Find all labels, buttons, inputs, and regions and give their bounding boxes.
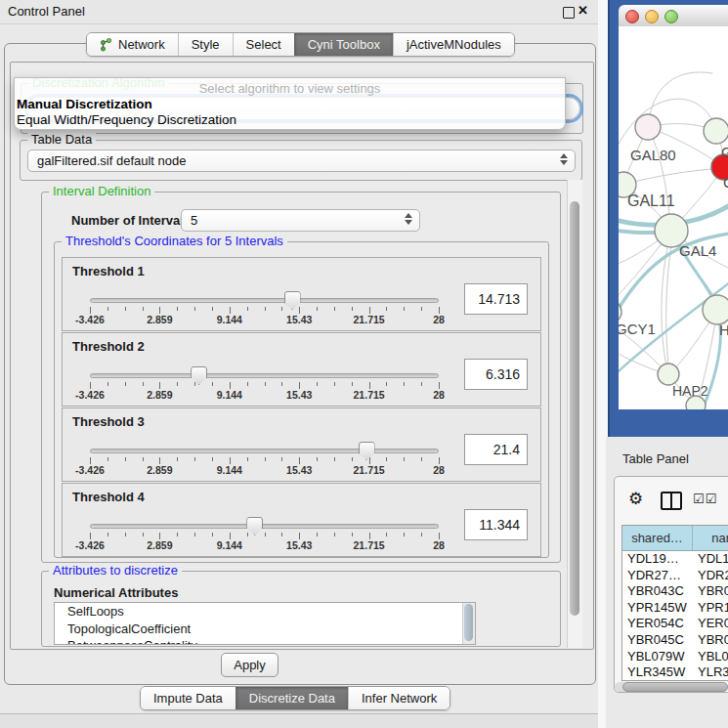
window-bottom-area [0,714,598,728]
zoom-traffic-light[interactable] [664,10,678,23]
threshold-slider-track[interactable] [90,449,439,453]
apply-button[interactable]: Apply [221,653,278,677]
tab-infer-network[interactable]: Infer Network [348,687,450,709]
threshold-slider-track[interactable] [90,298,439,303]
column-checkboxes-icon[interactable]: ☑☑ [693,492,717,506]
tab-label: Network [118,37,165,52]
threshold-label: Threshold 1 [72,264,145,278]
network-node-label: GAL80 [630,147,676,163]
thresholds-group: Threshold's Coordinates for 5 Intervals … [54,241,549,558]
table-column-header-shared-[interactable]: shared… [622,526,693,550]
network-edge [623,168,722,185]
attributes-group-label: Attributes to discretize [49,564,182,578]
threshold-value-input[interactable]: 6.316 [464,359,528,390]
tab-label: Infer Network [362,691,437,706]
table-row[interactable]: YBR045CYBR0 [622,632,728,649]
combo-arrows-icon [404,213,412,225]
table-horizontal-scrollbar[interactable] [615,682,728,692]
numerical-attributes-list[interactable]: SelfLoopsTopologicalCoefficientBetweenne… [54,602,476,645]
threshold-value-input[interactable]: 21.4 [464,434,528,465]
attribute-item-betweennesscentrality[interactable]: BetweennessCentrality [55,637,475,645]
algorithm-option-equal-width[interactable]: Equal Width/Frequency Discretization [17,112,236,127]
table-cell[interactable]: YLR3 [693,664,728,681]
close-traffic-light[interactable] [625,10,639,23]
attribute-item-topologicalcoefficient[interactable]: TopologicalCoefficient [55,621,475,638]
table-row[interactable]: YLR345WYLR3 [622,664,728,681]
minimize-traffic-light[interactable] [645,10,659,23]
algorithm-dropdown-popup[interactable]: Select algorithm to view settings Manual… [14,77,566,130]
table-cell[interactable]: YBR045C [622,632,693,649]
table-cell[interactable]: YDR2 [693,568,728,584]
table-cell[interactable]: YLR345W [622,664,693,681]
node-table: shared…name YDL19…YDL1YDR27…YDR2YBR043CY… [621,525,728,681]
table-cell[interactable]: YER0 [693,616,728,632]
algorithm-option-manual[interactable]: Manual Discretization [17,97,152,111]
tab-discretize-data[interactable]: Discretize Data [236,687,348,709]
tab-label: Impute Data [153,691,223,706]
split-columns-icon[interactable] [661,492,682,510]
slider-tick-labels: -3.4262.8599.14415.4321.71528 [90,539,439,551]
table-row[interactable]: YDR27…YDR2 [622,568,728,584]
settings-scrollbar-thumb[interactable] [570,201,579,616]
close-icon[interactable]: ✕ [578,3,588,18]
table-header-row: shared…name [622,526,728,551]
network-node-label: H [719,321,728,338]
network-node[interactable] [658,364,679,385]
network-node[interactable] [635,114,661,140]
network-node-label: HAP2 [672,383,708,399]
network-node[interactable] [703,295,728,324]
table-cell[interactable]: YPR145W [622,600,693,617]
network-node[interactable] [704,118,728,144]
attributes-scrollbar[interactable] [462,603,475,644]
tab-style[interactable]: Style [178,33,233,56]
table-cell[interactable]: YER054C [622,616,693,632]
threshold-label: Threshold 2 [72,339,145,354]
slider-tick-labels: -3.4262.8599.14415.4321.71528 [90,464,439,476]
slider-tick-labels: -3.4262.8599.14415.4321.71528 [90,389,439,401]
table-cell[interactable]: YBR0 [693,632,728,649]
table-cell[interactable]: YDL1 [693,551,728,568]
attributes-scrollbar-thumb[interactable] [464,604,473,641]
threshold-value-input[interactable]: 11.344 [464,509,528,540]
control-panel-titlebar: Control Panel ✕ [0,0,598,24]
table-row[interactable]: YBR043CYBR0 [622,583,728,600]
table-cell[interactable]: YBR0 [693,583,728,600]
gear-icon[interactable]: ⚙ [628,489,643,509]
numerical-attributes-label: Numerical Attributes [54,585,178,600]
number-of-intervals-combobox[interactable]: 5 [181,209,420,232]
tab-label: jActiveMNodules [407,37,501,52]
network-canvas[interactable]: GAL80GCGAL11GAL4GCY1HHAP2 [619,26,728,409]
table-data-combobox[interactable]: galFiltered.sif default node [27,150,576,172]
table-column-header-name[interactable]: name [693,526,728,550]
slider-tick-labels: -3.4262.8599.14415.4321.71528 [90,314,439,325]
threshold-slider-track[interactable] [90,373,439,378]
table-cell[interactable]: YBL079W [622,649,693,665]
table-panel-title: Table Panel [622,451,689,466]
threshold-value-input[interactable]: 14.713 [464,283,528,315]
interval-definition-group-label: Interval Definition [49,185,154,198]
table-row[interactable]: YDL19…YDL1 [622,551,728,568]
table-row[interactable]: YER054CYER0 [622,616,728,632]
tab-network[interactable]: Network [87,33,178,56]
attribute-item-selfloops[interactable]: SelfLoops [55,603,475,621]
threshold-label: Threshold 4 [72,490,145,504]
table-cell[interactable]: YBL0 [693,649,728,665]
threshold-slider-track[interactable] [90,524,439,529]
table-row[interactable]: YPR145WYPR1 [622,600,728,617]
tab-cyni-toolbox[interactable]: Cyni Toolbox [294,33,393,56]
number-of-intervals-value: 5 [191,213,197,228]
table-cell[interactable]: YBR043C [622,583,693,600]
tab-jactivemnodules[interactable]: jActiveMNodules [393,33,514,56]
settings-vertical-scrollbar[interactable] [567,180,582,648]
tab-impute-data[interactable]: Impute Data [141,687,236,709]
float-window-icon[interactable] [563,7,575,19]
number-of-intervals-label: Number of Intervals [71,213,191,228]
table-scrollbar-thumb[interactable] [622,682,728,692]
tab-select[interactable]: Select [233,33,294,56]
table-cell[interactable]: YDL19… [622,551,693,568]
threshold-panel-1: Threshold 1-3.4262.8599.14415.4321.71528… [62,257,541,331]
table-row[interactable]: YBL079WYBL0 [622,649,728,665]
table-cell[interactable]: YDR27… [622,568,693,584]
table-cell[interactable]: YPR1 [693,600,728,617]
threshold-panel-2: Threshold 2-3.4262.8599.14415.4321.71528… [62,332,541,407]
